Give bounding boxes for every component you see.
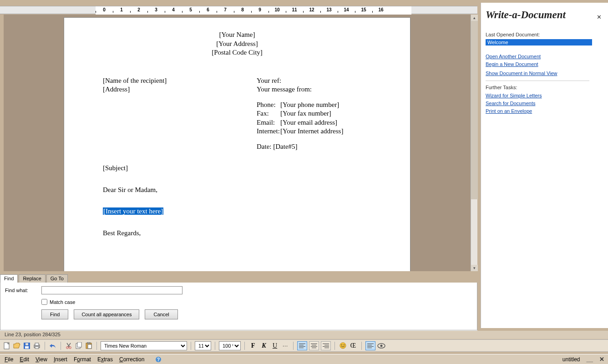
link-print-envelope[interactable]: Print on an Envelope	[486, 108, 608, 114]
align-center-button[interactable]	[309, 341, 319, 350]
recent-documents-list[interactable]: Welcome	[486, 39, 592, 46]
close-icon[interactable]: ✕	[597, 14, 602, 20]
find-button[interactable]: Find	[41, 309, 68, 319]
menu-extras[interactable]: Extras	[97, 356, 113, 363]
body-placeholder-selected[interactable]: [Insert your text here]	[103, 207, 163, 215]
special-char-button[interactable]: Œ	[349, 341, 358, 350]
recipient-name[interactable]: [Name of the recipient]	[103, 76, 257, 86]
svg-rect-10	[77, 342, 81, 347]
svg-rect-3	[25, 343, 28, 345]
formatting-toolbar: Times New Roman 11 100 % F K U ··· Œ	[0, 339, 608, 352]
recent-document-item[interactable]: Welcome	[486, 39, 592, 46]
svg-rect-6	[35, 347, 39, 349]
editor-area: 012345678910111213141516 [Your Name] [Yo…	[0, 3, 477, 328]
undo-icon[interactable]	[49, 342, 57, 350]
more-formatting-icon[interactable]: ···	[281, 342, 289, 350]
svg-point-8	[69, 346, 71, 349]
cancel-button[interactable]: Cancel	[145, 309, 177, 319]
window-close-icon[interactable]: ✕	[599, 356, 604, 363]
font-family-select[interactable]: Times New Roman	[101, 341, 187, 350]
tab-replace[interactable]: Replace	[19, 274, 45, 283]
preview-icon[interactable]	[377, 342, 385, 350]
horizontal-ruler[interactable]: 012345678910111213141516	[0, 6, 477, 14]
document-page[interactable]: [Your Name] [Your Address] [Postal Code …	[64, 17, 410, 271]
link-open-another[interactable]: Open Another Document	[486, 54, 608, 59]
menu-edit[interactable]: Edit	[20, 356, 29, 363]
message-from-line[interactable]: Your message from:	[257, 85, 371, 94]
match-case-label: Match case	[50, 299, 75, 305]
menu-bar: File Edit View Insert Format Extras Corr…	[0, 354, 608, 364]
menu-file[interactable]: File	[5, 356, 13, 363]
link-wizard[interactable]: Wizard for Simple Letters	[486, 93, 608, 98]
cut-icon[interactable]	[65, 342, 73, 350]
svg-rect-2	[25, 346, 29, 349]
open-document-icon[interactable]	[13, 342, 21, 350]
align-left-button[interactable]	[297, 341, 307, 350]
svg-point-18	[380, 344, 383, 347]
underline-button[interactable]: U	[270, 341, 279, 350]
find-what-label: Find what:	[5, 288, 41, 293]
find-input[interactable]	[41, 286, 182, 294]
date-line[interactable]: Date: [Date#5]	[257, 142, 371, 152]
match-case-checkbox[interactable]	[41, 299, 47, 305]
further-tasks-label: Further Tasks:	[486, 85, 608, 90]
view-mode-button[interactable]	[365, 341, 375, 350]
font-size-select[interactable]: 11	[195, 341, 211, 350]
minimize-icon[interactable]: __	[587, 356, 593, 363]
recipient-address[interactable]: [Address]	[103, 85, 257, 94]
svg-rect-5	[35, 343, 39, 345]
link-search-docs[interactable]: Search for Documents	[486, 101, 608, 106]
bold-button[interactable]: F	[248, 341, 258, 350]
paste-icon[interactable]	[85, 342, 93, 350]
menu-correction[interactable]: Correction	[119, 356, 144, 363]
scroll-up-icon[interactable]: ▴	[471, 15, 478, 21]
find-replace-panel: Find Replace Go To Find what: Match case…	[0, 274, 477, 331]
menu-format[interactable]: Format	[74, 356, 91, 363]
svg-text:?: ?	[157, 357, 160, 362]
emoji-icon[interactable]	[339, 342, 347, 350]
svg-point-15	[341, 344, 342, 345]
copy-icon[interactable]	[75, 342, 83, 350]
menu-insert[interactable]: Insert	[54, 356, 67, 363]
document-title: untitled	[562, 356, 580, 363]
italic-button[interactable]: K	[259, 341, 269, 350]
subject-line[interactable]: [Subject]	[103, 164, 371, 173]
your-ref-line[interactable]: Your ref:	[257, 76, 371, 86]
scroll-down-icon[interactable]: ▾	[471, 265, 478, 271]
sender-address[interactable]: [Your Address]	[103, 40, 371, 49]
svg-point-14	[340, 343, 346, 349]
task-pane: Write-a-Document ✕ Last Opened Document:…	[481, 3, 608, 328]
zoom-select[interactable]: 100 %	[219, 341, 241, 350]
link-normal-view[interactable]: Show Document in Normal View	[486, 71, 608, 76]
tab-find[interactable]: Find	[0, 274, 18, 283]
tab-goto[interactable]: Go To	[46, 274, 68, 283]
last-opened-label: Last Opened Document:	[486, 32, 608, 37]
svg-rect-13	[88, 344, 91, 349]
sender-postal[interactable]: [Postal Code City]	[103, 48, 371, 57]
menu-view[interactable]: View	[35, 356, 47, 363]
link-begin-new[interactable]: Begin a New Document	[486, 61, 608, 67]
align-right-button[interactable]	[321, 341, 331, 350]
status-bar: Line 23, position 284/325	[0, 331, 608, 339]
closing[interactable]: Best Regards,	[103, 229, 371, 238]
sender-name[interactable]: [Your Name]	[103, 30, 371, 40]
svg-rect-12	[87, 342, 90, 344]
save-icon[interactable]	[23, 342, 31, 350]
vertical-scrollbar[interactable]: ▴ ▾	[471, 15, 477, 271]
cursor-position: Line 23, position 284/325	[5, 332, 61, 337]
svg-point-16	[344, 344, 345, 345]
new-document-icon[interactable]	[3, 342, 11, 350]
help-icon[interactable]: ?	[154, 355, 162, 364]
count-all-button[interactable]: Count all appearances	[74, 309, 139, 319]
print-icon[interactable]	[33, 342, 41, 350]
task-pane-title: Write-a-Document	[486, 9, 608, 21]
scrollbar-thumb[interactable]	[471, 21, 478, 199]
salutation[interactable]: Dear Sir or Madam,	[103, 186, 371, 195]
svg-point-7	[66, 346, 69, 349]
document-viewport: [Your Name] [Your Address] [Postal Code …	[4, 15, 477, 271]
